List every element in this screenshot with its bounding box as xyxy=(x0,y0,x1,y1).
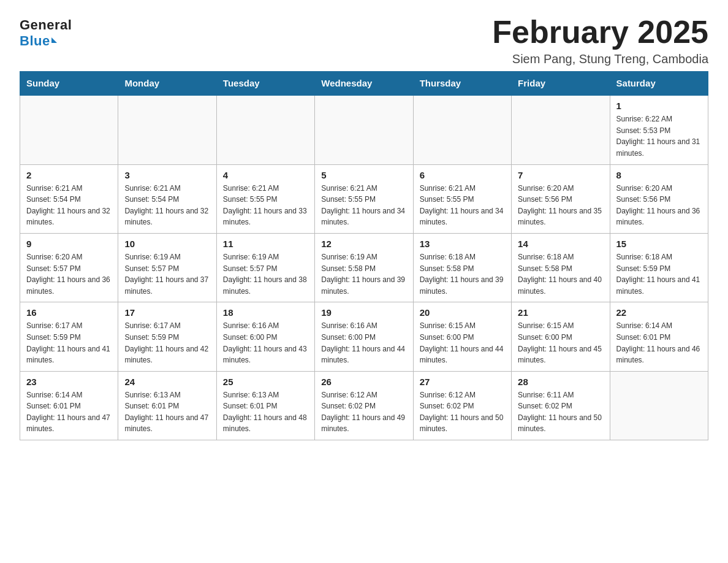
header-monday: Monday xyxy=(118,72,216,96)
day-info: Sunrise: 6:21 AMSunset: 5:54 PMDaylight:… xyxy=(26,183,112,228)
day-number: 2 xyxy=(26,170,112,180)
day-number: 27 xyxy=(420,377,505,387)
table-row: 22Sunrise: 6:14 AMSunset: 6:01 PMDayligh… xyxy=(610,302,708,371)
table-row xyxy=(413,95,511,164)
table-row: 15Sunrise: 6:18 AMSunset: 5:59 PMDayligh… xyxy=(610,233,708,302)
day-info: Sunrise: 6:12 AMSunset: 6:02 PMDaylight:… xyxy=(321,389,406,435)
day-number: 9 xyxy=(26,239,112,249)
calendar-subtitle: Siem Pang, Stung Treng, Cambodia xyxy=(492,52,708,66)
header-thursday: Thursday xyxy=(413,72,511,96)
day-info: Sunrise: 6:20 AMSunset: 5:56 PMDaylight:… xyxy=(616,183,702,228)
day-number: 24 xyxy=(124,377,210,387)
day-info: Sunrise: 6:18 AMSunset: 5:59 PMDaylight:… xyxy=(616,251,702,297)
day-info: Sunrise: 6:11 AMSunset: 6:02 PMDaylight:… xyxy=(518,389,603,435)
table-row: 20Sunrise: 6:15 AMSunset: 6:00 PMDayligh… xyxy=(413,302,511,371)
calendar-week-row: 23Sunrise: 6:14 AMSunset: 6:01 PMDayligh… xyxy=(20,371,708,440)
header-friday: Friday xyxy=(512,72,610,96)
table-row: 9Sunrise: 6:20 AMSunset: 5:57 PMDaylight… xyxy=(20,233,118,302)
table-row: 6Sunrise: 6:21 AMSunset: 5:55 PMDaylight… xyxy=(413,164,511,233)
table-row: 16Sunrise: 6:17 AMSunset: 5:59 PMDayligh… xyxy=(20,302,118,371)
day-number: 13 xyxy=(420,239,505,249)
day-info: Sunrise: 6:19 AMSunset: 5:57 PMDaylight:… xyxy=(124,251,210,297)
day-info: Sunrise: 6:13 AMSunset: 6:01 PMDaylight:… xyxy=(124,389,210,435)
day-number: 16 xyxy=(26,307,112,318)
day-info: Sunrise: 6:15 AMSunset: 6:00 PMDaylight:… xyxy=(420,320,505,366)
calendar-week-row: 1Sunrise: 6:22 AMSunset: 5:53 PMDaylight… xyxy=(20,95,708,164)
day-number: 21 xyxy=(518,307,603,318)
calendar-table: Sunday Monday Tuesday Wednesday Thursday… xyxy=(20,71,708,440)
table-row: 13Sunrise: 6:18 AMSunset: 5:58 PMDayligh… xyxy=(413,233,511,302)
day-info: Sunrise: 6:21 AMSunset: 5:55 PMDaylight:… xyxy=(420,183,505,228)
day-number: 6 xyxy=(420,170,505,180)
day-info: Sunrise: 6:17 AMSunset: 5:59 PMDaylight:… xyxy=(124,320,210,366)
day-number: 15 xyxy=(616,239,702,249)
table-row: 27Sunrise: 6:12 AMSunset: 6:02 PMDayligh… xyxy=(413,371,511,440)
day-number: 10 xyxy=(124,239,210,249)
logo-triangle-icon xyxy=(51,37,57,43)
calendar-week-row: 9Sunrise: 6:20 AMSunset: 5:57 PMDaylight… xyxy=(20,233,708,302)
page-header: General Blue February 2025 Siem Pang, St… xyxy=(20,15,708,66)
day-number: 28 xyxy=(518,377,603,387)
table-row: 8Sunrise: 6:20 AMSunset: 5:56 PMDaylight… xyxy=(610,164,708,233)
day-info: Sunrise: 6:21 AMSunset: 5:55 PMDaylight:… xyxy=(321,183,406,228)
day-info: Sunrise: 6:17 AMSunset: 5:59 PMDaylight:… xyxy=(26,320,112,366)
calendar-header-row: Sunday Monday Tuesday Wednesday Thursday… xyxy=(20,72,708,96)
table-row xyxy=(118,95,216,164)
table-row: 4Sunrise: 6:21 AMSunset: 5:55 PMDaylight… xyxy=(216,164,314,233)
table-row: 26Sunrise: 6:12 AMSunset: 6:02 PMDayligh… xyxy=(315,371,413,440)
table-row: 25Sunrise: 6:13 AMSunset: 6:01 PMDayligh… xyxy=(216,371,314,440)
day-number: 4 xyxy=(223,170,308,180)
calendar-week-row: 16Sunrise: 6:17 AMSunset: 5:59 PMDayligh… xyxy=(20,302,708,371)
table-row: 24Sunrise: 6:13 AMSunset: 6:01 PMDayligh… xyxy=(118,371,216,440)
table-row: 19Sunrise: 6:16 AMSunset: 6:00 PMDayligh… xyxy=(315,302,413,371)
header-sunday: Sunday xyxy=(20,72,118,96)
day-number: 12 xyxy=(321,239,406,249)
table-row xyxy=(315,95,413,164)
day-number: 26 xyxy=(321,377,406,387)
table-row: 23Sunrise: 6:14 AMSunset: 6:01 PMDayligh… xyxy=(20,371,118,440)
table-row: 18Sunrise: 6:16 AMSunset: 6:00 PMDayligh… xyxy=(216,302,314,371)
table-row: 12Sunrise: 6:19 AMSunset: 5:58 PMDayligh… xyxy=(315,233,413,302)
day-info: Sunrise: 6:14 AMSunset: 6:01 PMDaylight:… xyxy=(616,320,702,366)
table-row: 10Sunrise: 6:19 AMSunset: 5:57 PMDayligh… xyxy=(118,233,216,302)
table-row: 17Sunrise: 6:17 AMSunset: 5:59 PMDayligh… xyxy=(118,302,216,371)
day-info: Sunrise: 6:20 AMSunset: 5:57 PMDaylight:… xyxy=(26,251,112,297)
day-info: Sunrise: 6:21 AMSunset: 5:54 PMDaylight:… xyxy=(124,183,210,228)
day-info: Sunrise: 6:20 AMSunset: 5:56 PMDaylight:… xyxy=(518,183,603,228)
day-info: Sunrise: 6:22 AMSunset: 5:53 PMDaylight:… xyxy=(616,113,702,159)
table-row: 28Sunrise: 6:11 AMSunset: 6:02 PMDayligh… xyxy=(512,371,610,440)
day-number: 14 xyxy=(518,239,603,249)
logo: General Blue xyxy=(20,15,72,49)
table-row: 1Sunrise: 6:22 AMSunset: 5:53 PMDaylight… xyxy=(610,95,708,164)
table-row: 5Sunrise: 6:21 AMSunset: 5:55 PMDaylight… xyxy=(315,164,413,233)
day-number: 11 xyxy=(223,239,308,249)
day-number: 25 xyxy=(223,377,308,387)
day-number: 19 xyxy=(321,307,406,318)
table-row xyxy=(512,95,610,164)
day-number: 20 xyxy=(420,307,505,318)
table-row: 3Sunrise: 6:21 AMSunset: 5:54 PMDaylight… xyxy=(118,164,216,233)
table-row: 11Sunrise: 6:19 AMSunset: 5:57 PMDayligh… xyxy=(216,233,314,302)
day-info: Sunrise: 6:18 AMSunset: 5:58 PMDaylight:… xyxy=(518,251,603,297)
logo-general-text: General xyxy=(20,17,72,33)
day-info: Sunrise: 6:16 AMSunset: 6:00 PMDaylight:… xyxy=(223,320,308,366)
day-info: Sunrise: 6:13 AMSunset: 6:01 PMDaylight:… xyxy=(223,389,308,435)
day-info: Sunrise: 6:12 AMSunset: 6:02 PMDaylight:… xyxy=(420,389,505,435)
calendar-title: February 2025 xyxy=(492,15,708,50)
table-row xyxy=(216,95,314,164)
header-saturday: Saturday xyxy=(610,72,708,96)
table-row: 21Sunrise: 6:15 AMSunset: 6:00 PMDayligh… xyxy=(512,302,610,371)
day-info: Sunrise: 6:21 AMSunset: 5:55 PMDaylight:… xyxy=(223,183,308,228)
calendar-week-row: 2Sunrise: 6:21 AMSunset: 5:54 PMDaylight… xyxy=(20,164,708,233)
day-number: 7 xyxy=(518,170,603,180)
title-block: February 2025 Siem Pang, Stung Treng, Ca… xyxy=(492,15,708,66)
day-info: Sunrise: 6:14 AMSunset: 6:01 PMDaylight:… xyxy=(26,389,112,435)
table-row: 14Sunrise: 6:18 AMSunset: 5:58 PMDayligh… xyxy=(512,233,610,302)
logo-blue-text: Blue xyxy=(20,33,57,49)
day-info: Sunrise: 6:16 AMSunset: 6:00 PMDaylight:… xyxy=(321,320,406,366)
header-tuesday: Tuesday xyxy=(216,72,314,96)
day-info: Sunrise: 6:18 AMSunset: 5:58 PMDaylight:… xyxy=(420,251,505,297)
day-info: Sunrise: 6:15 AMSunset: 6:00 PMDaylight:… xyxy=(518,320,603,366)
table-row: 2Sunrise: 6:21 AMSunset: 5:54 PMDaylight… xyxy=(20,164,118,233)
day-number: 18 xyxy=(223,307,308,318)
